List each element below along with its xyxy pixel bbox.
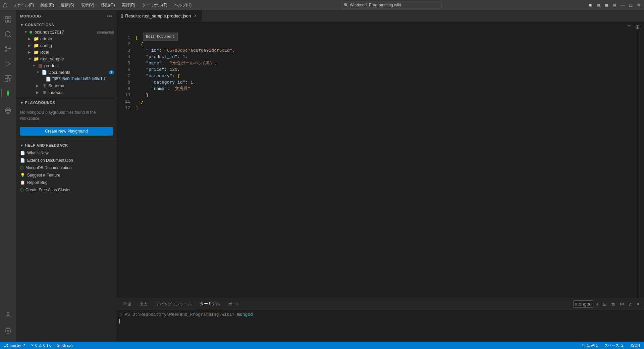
db-rust-sample[interactable]: ▼ 📁 rust_sample [16, 55, 117, 62]
terminal-tab-terminal[interactable]: ターミナル [196, 299, 224, 309]
svg-line-5 [10, 36, 11, 37]
db-config-arrow: ▶ [28, 44, 32, 47]
schema-node[interactable]: ▶ ⊞ Schema [16, 82, 117, 89]
explorer-activity-icon[interactable] [1, 13, 15, 26]
terminal-trash-icon[interactable]: 🗑 [609, 301, 617, 307]
status-git-graph[interactable]: Git Graph [55, 343, 74, 347]
menu-help[interactable]: ヘルプ(H) [171, 2, 195, 9]
playgrounds-section-header[interactable]: ▼ PLAYGROUNDS [16, 99, 117, 107]
status-spaces[interactable]: スペース: 2 [603, 343, 625, 348]
db-admin[interactable]: ▶ 📁 admin [16, 35, 117, 42]
code-line-10: } [136, 92, 634, 98]
terminal-cursor-line [119, 318, 641, 324]
editor-tab-results[interactable]: {} Results: rust_sample.product.json ✕ [117, 10, 202, 21]
svg-rect-13 [5, 79, 8, 82]
edit-document-tooltip: Edit Document [143, 33, 178, 41]
layout-icon-3[interactable]: ▦ [604, 2, 609, 8]
terminal-content[interactable]: ○ PS D:\Repository\Weekend_Programming.w… [117, 310, 644, 342]
layout-icon-1[interactable]: ▣ [588, 2, 593, 8]
terminal-tab-ports[interactable]: ポート [224, 299, 244, 309]
code-line-5: "name": "水性ボールペン(黒)", [136, 60, 634, 66]
extensions-activity-icon[interactable] [1, 72, 15, 85]
terminal-chevron-up-icon[interactable]: ∧ [627, 301, 633, 307]
source-control-activity-icon[interactable] [1, 42, 15, 56]
layout-icon-2[interactable]: ▤ [596, 2, 601, 8]
code-line-12: ] [136, 105, 634, 111]
svg-rect-12 [8, 76, 11, 78]
menu-go[interactable]: 移動(G) [98, 2, 117, 9]
db-config[interactable]: ▶ 📁 config [16, 42, 117, 49]
settings-activity-icon[interactable] [1, 324, 15, 338]
terminal-more-icon[interactable]: ••• [618, 301, 626, 307]
run-debug-activity-icon[interactable] [1, 57, 15, 70]
branch-icon: ⎇ [4, 343, 8, 348]
code-line-4: "product_id": 1, [136, 54, 634, 60]
status-row-col[interactable]: 行 1, 列 1 [581, 343, 599, 348]
sidebar-divider-2 [16, 140, 117, 140]
editor-layout-icon[interactable]: ⊞ [633, 23, 641, 31]
terminal-tab-debug[interactable]: デバッグコンソール [152, 299, 196, 309]
editor-minimap [637, 32, 639, 298]
copilot-activity-icon[interactable] [1, 104, 15, 117]
layout-icon-4[interactable]: ⊞ [612, 2, 617, 8]
menu-edit[interactable]: 編集(E) [38, 2, 57, 9]
terminal-close-icon[interactable]: ✕ [635, 301, 641, 307]
editor-area: {} Results: rust_sample.product.json ✕ ⊞… [117, 10, 644, 342]
tab-close-button[interactable]: ✕ [193, 13, 198, 18]
create-playground-button[interactable]: Create New Playground [20, 127, 113, 136]
doc-id-icon: 📄 [46, 76, 51, 82]
minimize-button[interactable]: — [620, 2, 625, 8]
mongodb-activity-icon[interactable] [1, 87, 15, 100]
document-id-item[interactable]: ▶ 📄 "657d8d0c7addfda92dcf6d1d" [16, 76, 117, 82]
svg-rect-11 [5, 76, 8, 78]
search-text: Weekend_Programming.wiki [350, 3, 401, 7]
status-encoding[interactable]: JSON [629, 343, 641, 347]
connections-title: CONNECTIONS [25, 23, 54, 27]
terminal-add-icon[interactable]: + [595, 301, 600, 307]
help-section-header[interactable]: ▼ HELP AND FEEDBACK [16, 141, 117, 149]
indexes-icon: ⊞ [42, 90, 47, 95]
terminal-tab-output[interactable]: 出力 [136, 299, 152, 309]
terminal-tab-problems[interactable]: 問題 [119, 299, 136, 309]
connection-item[interactable]: ▼ localhost:27017 connected ↺ 🔍 [16, 29, 117, 35]
help-whats-new[interactable]: 📄 What's New [16, 149, 117, 157]
playgrounds-arrow-icon: ▼ [20, 101, 23, 105]
more-actions-icon[interactable]: ••• [106, 13, 113, 19]
documents-node[interactable]: ▼ 📄 Documents 1 ↺ 🔍 [16, 69, 117, 76]
menu-view[interactable]: 表示(V) [78, 2, 97, 9]
help-extension-docs[interactable]: 📄 Extension Documentation [16, 157, 117, 164]
close-button[interactable]: ✕ [636, 2, 641, 8]
sidebar-divider-1 [16, 97, 117, 97]
account-activity-icon[interactable] [1, 308, 15, 321]
status-branch[interactable]: ⎇ master ↺ [3, 343, 27, 348]
help-section-title: HELP AND FEEDBACK [25, 143, 68, 147]
db-local[interactable]: ▶ 📁 local [16, 49, 117, 55]
help-atlas-cluster[interactable]: ⬡ Create Free Atlas Cluster [16, 186, 117, 194]
indexes-node[interactable]: ▶ ⊞ Indexes [16, 89, 117, 96]
code-content[interactable]: Edit Document [ { "_id": "657d8d0c7addfd… [133, 32, 637, 298]
menu-file[interactable]: ファイル(F) [10, 2, 37, 9]
editor-settings-icon[interactable] [625, 23, 633, 31]
menu-select[interactable]: 選択(S) [58, 2, 77, 9]
help-mongodb-docs[interactable]: ⬡ MongoDB Documentation [16, 164, 117, 171]
connections-section-header[interactable]: ▼ CONNECTIONS [16, 21, 117, 29]
editor-scrollbar[interactable] [639, 32, 644, 298]
search-activity-icon[interactable] [1, 28, 15, 41]
svg-marker-10 [6, 61, 10, 67]
line-numbers: 1 2 3 4 5 6 7 8 9 10 11 12 [117, 32, 133, 298]
terminal-split-icon[interactable]: ⊟ [601, 301, 608, 307]
menu-terminal[interactable]: ターミナル(T) [139, 2, 170, 9]
collection-product[interactable]: ▼ ▤ product [16, 62, 117, 69]
help-report-bug[interactable]: 📋 Report Bug [16, 179, 117, 186]
connection-status-dot [30, 31, 32, 34]
status-errors[interactable]: ✕ 0 ⚠ 0 ℹ 0 [30, 343, 53, 348]
titlebar-search-bar[interactable]: 🔍 Weekend_Programming.wiki [341, 2, 441, 8]
help-suggest-feature[interactable]: 💡 Suggest a Feature [16, 171, 117, 179]
code-editor: 1 2 3 4 5 6 7 8 9 10 11 12 Edit Document… [117, 32, 644, 298]
svg-point-4 [5, 32, 10, 37]
db-admin-label: admin [40, 36, 114, 41]
menu-run[interactable]: 実行(R) [119, 2, 138, 9]
maximize-button[interactable]: □ [628, 2, 633, 8]
code-line-2: { [136, 41, 634, 47]
collection-product-arrow: ▼ [32, 64, 36, 67]
